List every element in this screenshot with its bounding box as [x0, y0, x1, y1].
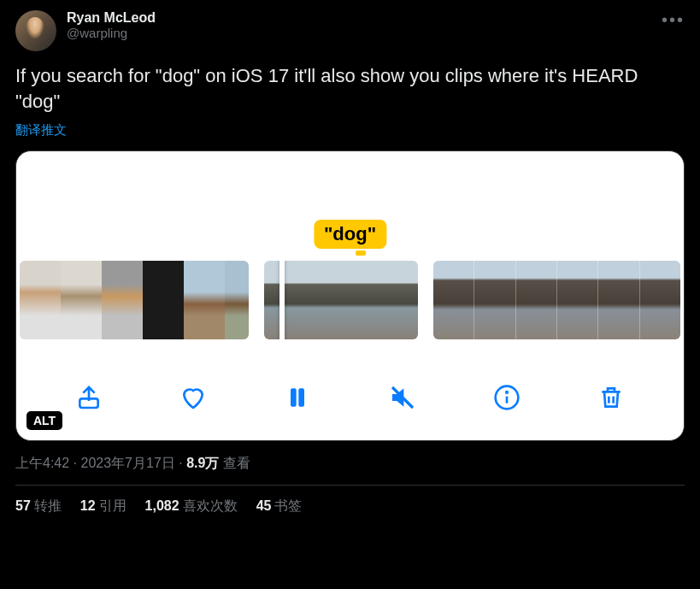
- stat-likes[interactable]: 1,082喜欢次数: [145, 498, 238, 515]
- info-icon[interactable]: [491, 382, 522, 413]
- media-attachment[interactable]: "dog": [15, 150, 685, 441]
- views-label: 查看: [223, 456, 250, 470]
- translate-link[interactable]: 翻译推文: [15, 122, 67, 138]
- timeline-frame: [326, 261, 372, 339]
- tweet-container: Ryan McLeod @warpling ••• If you search …: [0, 0, 700, 526]
- tweet-stats: 57转推 12引用 1,082喜欢次数 45书签: [15, 498, 685, 515]
- display-name: Ryan McLeod: [67, 10, 685, 26]
- timeline-frame: [61, 261, 102, 339]
- stat-bookmarks[interactable]: 45书签: [256, 498, 303, 515]
- svg-rect-2: [299, 389, 305, 407]
- timeline-frame: [279, 261, 326, 339]
- mute-icon[interactable]: [387, 382, 418, 413]
- timeline-frame: [264, 261, 279, 339]
- clip-group-2[interactable]: [264, 261, 418, 339]
- timeline-frame: [515, 261, 556, 339]
- avatar[interactable]: [15, 10, 56, 51]
- tweet-meta: 上午4:42 · 2023年7月17日 · 8.9万 查看: [15, 455, 685, 473]
- search-tooltip: "dog": [314, 220, 386, 249]
- timeline-frame: [20, 261, 61, 339]
- video-controls: [16, 355, 684, 440]
- author-names[interactable]: Ryan McLeod @warpling: [67, 10, 685, 40]
- clip-group-1[interactable]: [20, 261, 249, 339]
- stat-retweets[interactable]: 57转推: [15, 498, 62, 515]
- tweet-time[interactable]: 上午4:42: [15, 456, 69, 470]
- handle: @warpling: [67, 26, 685, 40]
- stat-quotes[interactable]: 12引用: [80, 498, 126, 515]
- video-timeline[interactable]: [16, 261, 684, 339]
- heart-icon[interactable]: [178, 382, 209, 413]
- alt-badge[interactable]: ALT: [26, 411, 62, 430]
- playhead[interactable]: [279, 261, 285, 339]
- timeline-frame: [597, 261, 638, 339]
- svg-rect-1: [291, 389, 297, 407]
- clip-group-3[interactable]: [433, 261, 680, 339]
- pause-icon[interactable]: [282, 382, 313, 413]
- timeline-frame: [639, 261, 680, 339]
- timeline-frame: [372, 261, 418, 339]
- timeline-frame: [143, 261, 184, 339]
- tweet-text: If you search for "dog" on iOS 17 it'll …: [15, 63, 685, 114]
- timeline-frame: [433, 261, 474, 339]
- tweet-date[interactable]: 2023年7月17日: [80, 456, 174, 470]
- timeline-frame: [184, 261, 225, 339]
- timeline-frame: [102, 261, 143, 339]
- tweet-header: Ryan McLeod @warpling •••: [15, 10, 685, 51]
- timeline-frame: [556, 261, 597, 339]
- views-count: 8.9万: [186, 456, 219, 470]
- more-icon[interactable]: •••: [662, 10, 685, 30]
- divider: [15, 485, 685, 486]
- svg-point-6: [506, 392, 508, 394]
- trash-icon[interactable]: [596, 382, 626, 413]
- timeline-frame: [474, 261, 515, 339]
- timeline-frame: [225, 261, 249, 339]
- share-icon[interactable]: [74, 382, 104, 413]
- tooltip-pointer: [356, 250, 366, 256]
